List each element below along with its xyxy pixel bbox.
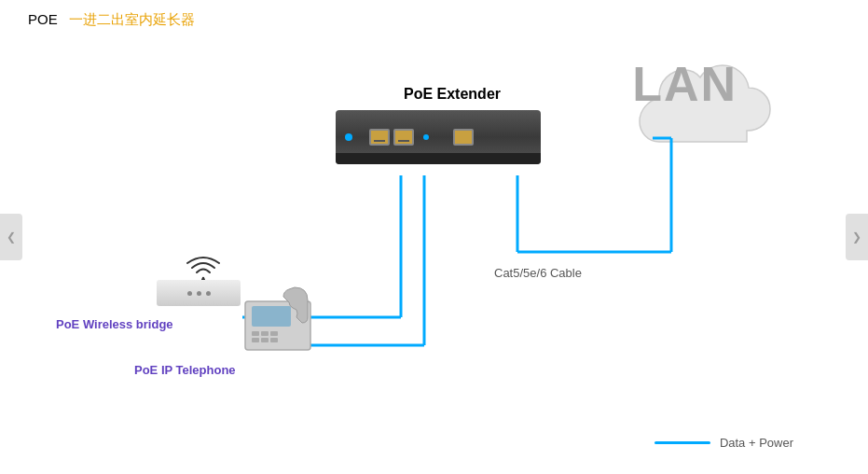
led-1 [423, 134, 429, 140]
svg-rect-15 [261, 338, 269, 342]
nav-prev-button[interactable]: ❮ [0, 214, 22, 260]
page-title: POE 一进二出室内延长器 [28, 11, 195, 29]
svg-rect-12 [261, 331, 269, 336]
extender-label: PoE Extender [359, 86, 545, 103]
wireless-bridge-label: PoE Wireless bridge [56, 317, 173, 331]
port-1 [369, 129, 390, 146]
ip-telephone-icon [241, 278, 320, 357]
poe-extender-device [336, 110, 541, 175]
svg-rect-14 [252, 338, 259, 342]
port-2 [393, 129, 414, 146]
lan-label: LAN [632, 56, 737, 112]
legend-line [654, 441, 710, 444]
cable-label: Cat5/5e/6 Cable [494, 266, 582, 280]
wireless-bridge-device [157, 254, 250, 319]
title-poe: POE [28, 11, 58, 27]
svg-rect-10 [252, 306, 291, 327]
svg-rect-11 [252, 331, 259, 336]
telephone-label: PoE IP Telephone [134, 363, 236, 377]
svg-rect-13 [270, 331, 278, 336]
title-chinese: 一进二出室内延长器 [69, 11, 195, 27]
legend: Data + Power [654, 436, 793, 450]
nav-next-button[interactable]: ❯ [846, 214, 868, 260]
legend-text: Data + Power [720, 436, 793, 450]
port-3 [453, 129, 474, 146]
svg-rect-16 [270, 338, 278, 342]
